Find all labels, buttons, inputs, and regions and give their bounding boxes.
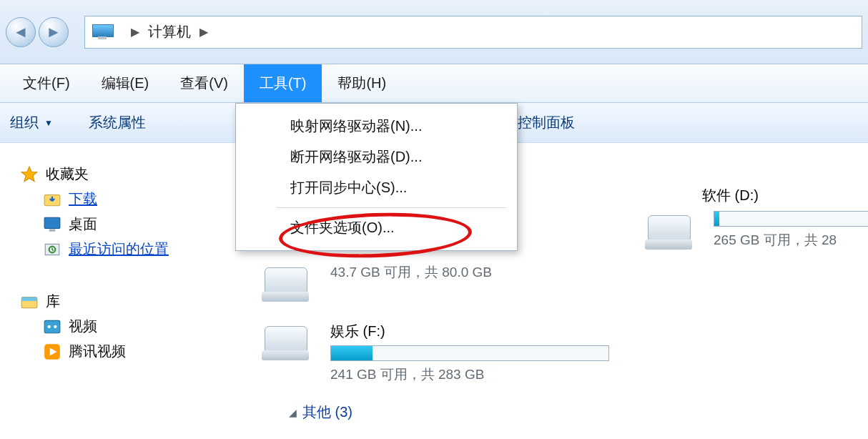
drive-c[interactable]: 43.7 GB 可用，共 80.0 GB [260,263,868,303]
menu-bar: 文件(F) 编辑(E) 查看(V) 工具(T) 帮助(H) [0,64,868,103]
sidebar-libraries-label: 库 [46,292,60,311]
svg-point-10 [54,325,56,327]
toolbar-organize[interactable]: 组织 ▼ [10,113,53,132]
dropdown-icon: ▼ [44,118,53,128]
menu-file[interactable]: 文件(F) [7,64,86,102]
svg-rect-8 [44,320,60,332]
nav-forward-button[interactable]: ► [39,17,69,47]
sidebar-favorites-header[interactable]: 收藏夹 [20,164,229,184]
drive-d-name: 软件 (D:) [702,186,868,205]
svg-rect-3 [49,229,56,231]
library-icon [20,292,39,311]
drive-f-name: 娱乐 (F:) [330,322,609,341]
svg-point-9 [48,325,51,327]
sidebar-downloads[interactable]: 下载 [43,189,229,209]
sidebar-desktop-label: 桌面 [69,214,97,234]
sidebar-downloads-label: 下载 [69,189,97,209]
address-bar[interactable]: ▶ 计算机 ▶ [84,16,862,49]
sidebar-video-label: 视频 [69,317,97,336]
svg-marker-0 [21,167,37,182]
menu-sync-center[interactable]: 打开同步中心(S)... [236,172,517,203]
computer-icon [92,24,112,40]
menu-tools[interactable]: 工具(T) [244,64,322,102]
drive-icon [260,263,317,303]
menu-folder-options[interactable]: 文件夹选项(O)... [236,212,517,243]
recent-places-icon [43,240,61,259]
toolbar-organize-label: 组织 [10,113,39,132]
sidebar-recent-label: 最近访问的位置 [69,240,169,259]
drive-f-bar [330,345,609,361]
svg-rect-7 [21,297,37,300]
toolbar-sysprops[interactable]: 系统属性 [89,113,146,132]
tools-dropdown: 映射网络驱动器(N)... 断开网络驱动器(D)... 打开同步中心(S)...… [235,103,518,251]
tencent-video-icon [43,342,61,361]
nav-back-button[interactable]: ◄ [6,17,36,47]
sidebar-video[interactable]: 视频 [43,317,229,336]
video-icon [43,317,61,336]
breadcrumb-location[interactable]: 计算机 [148,22,191,41]
breadcrumb-sep-icon: ▶ [199,25,208,39]
sidebar-libraries-header[interactable]: 库 [20,292,229,311]
sidebar-tencent-video-label: 腾讯视频 [69,342,126,361]
group-other-label: 其他 (3) [302,403,352,422]
drive-icon [260,322,317,362]
sidebar-favorites-label: 收藏夹 [46,164,89,184]
menu-unmap-drive[interactable]: 断开网络驱动器(D)... [236,142,517,172]
drive-d[interactable]: 软件 (D:) 265 GB 可用，共 28 [643,186,868,251]
group-other-header[interactable]: ◢ 其他 (3) [289,403,868,422]
drive-f-subtext: 241 GB 可用，共 283 GB [330,365,609,384]
desktop-icon [43,215,61,234]
sidebar-tencent-video[interactable]: 腾讯视频 [43,342,229,361]
collapse-icon: ◢ [289,407,297,418]
drive-c-subtext: 43.7 GB 可用，共 80.0 GB [330,263,492,282]
sidebar-recent[interactable]: 最近访问的位置 [43,240,229,259]
drive-f[interactable]: 娱乐 (F:) 241 GB 可用，共 283 GB [260,322,868,384]
menu-separator [276,207,507,208]
menu-edit[interactable]: 编辑(E) [86,64,165,102]
menu-map-drive[interactable]: 映射网络驱动器(N)... [236,111,517,142]
breadcrumb-sep-icon: ▶ [131,25,139,39]
downloads-folder-icon [43,190,61,209]
star-icon [20,165,39,184]
menu-help[interactable]: 帮助(H) [322,64,402,102]
drive-icon [643,211,701,251]
menu-view[interactable]: 查看(V) [164,64,244,102]
sidebar-desktop[interactable]: 桌面 [43,214,229,234]
sidebar: 收藏夹 下载 桌面 最近访问的位置 库 [0,143,229,439]
drive-d-subtext: 265 GB 可用，共 28 [714,231,868,250]
drive-d-bar [714,211,868,227]
svg-rect-2 [44,217,60,228]
